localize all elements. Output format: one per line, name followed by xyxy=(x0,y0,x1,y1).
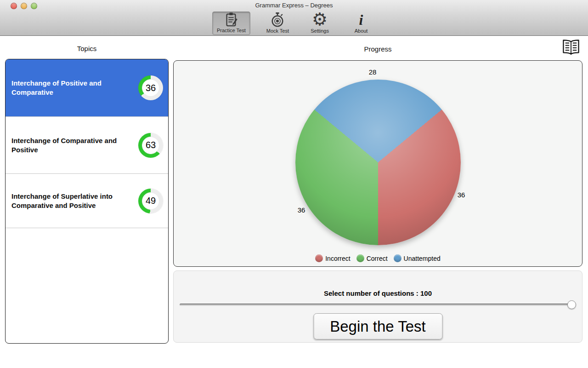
pie-label-correct: 36 xyxy=(294,206,309,214)
toolbar-item-mock-test[interactable]: Mock Test xyxy=(262,12,293,35)
begin-test-button[interactable]: Begin the Test xyxy=(313,313,442,339)
mock-test-icon xyxy=(270,12,285,28)
pie-chart xyxy=(295,80,461,245)
topic-score: 36 xyxy=(142,79,159,97)
legend-swatch xyxy=(356,254,364,262)
slider-track[interactable] xyxy=(180,304,576,306)
legend-swatch xyxy=(394,254,401,262)
topic-title: Interchange of Superlative into Comparat… xyxy=(11,192,128,210)
toolbar-label: Practice Test xyxy=(217,28,246,33)
practice-test-icon xyxy=(224,12,238,27)
legend-label: Correct xyxy=(367,255,388,262)
toolbar-label: About xyxy=(355,28,368,34)
settings-gear-icon: ⚙ xyxy=(312,11,328,28)
open-book-icon xyxy=(562,39,580,57)
topic-progress-ring: 49 xyxy=(138,189,163,213)
question-count-slider[interactable] xyxy=(180,300,576,309)
topic-score: 63 xyxy=(142,137,159,154)
toolbar: Practice Test Mock Test ⚙ xyxy=(0,10,588,35)
window-title: Grammar Express – Degrees xyxy=(0,2,588,9)
legend-item-correct: Correct xyxy=(356,254,388,262)
question-count-label: Select number of questions : 100 xyxy=(174,289,582,297)
toolbar-label: Settings xyxy=(311,28,329,34)
topics-list: Interchange of Positive and Comparative … xyxy=(5,59,169,344)
legend-label: Incorrect xyxy=(325,255,350,262)
legend-label: Unattempted xyxy=(404,255,441,262)
legend-swatch xyxy=(315,254,323,262)
info-icon: i xyxy=(359,12,363,28)
pie-gloss-overlay xyxy=(295,80,461,245)
progress-chart-panel: 28 36 36 Incorrect Correct Unattempted xyxy=(173,60,582,267)
toolbar-item-settings[interactable]: ⚙ Settings xyxy=(305,12,334,35)
topic-progress-ring: 63 xyxy=(138,133,163,158)
titlebar-toolbar: Grammar Express – Degrees Practice Test xyxy=(0,0,588,36)
chart-legend: Incorrect Correct Unattempted xyxy=(174,254,582,262)
app-window: Grammar Express – Degrees Practice Test xyxy=(0,0,588,368)
toolbar-item-about[interactable]: i About xyxy=(346,12,376,35)
slider-thumb[interactable] xyxy=(567,300,576,309)
legend-item-incorrect: Incorrect xyxy=(315,254,350,262)
pie-label-unattempted: 28 xyxy=(365,68,380,76)
topic-title: Interchange of Comparative and Positive xyxy=(11,136,128,155)
toolbar-label: Mock Test xyxy=(266,28,289,34)
test-controls-panel: Select number of questions : 100 Begin t… xyxy=(173,270,582,343)
pie-label-incorrect: 36 xyxy=(453,191,469,199)
topic-item[interactable]: Interchange of Positive and Comparative … xyxy=(6,59,168,117)
topic-title: Interchange of Positive and Comparative xyxy=(11,79,128,97)
toolbar-item-practice-test[interactable]: Practice Test xyxy=(212,12,250,35)
legend-item-unattempted: Unattempted xyxy=(394,254,441,262)
topic-score: 49 xyxy=(142,192,159,210)
topics-header: Topics xyxy=(5,45,169,52)
topic-item[interactable]: Interchange of Comparative and Positive … xyxy=(6,117,168,174)
topic-progress-ring: 36 xyxy=(138,75,163,100)
topic-item[interactable]: Interchange of Superlative into Comparat… xyxy=(6,174,168,228)
report-book-button[interactable] xyxy=(561,39,581,57)
progress-header: Progress xyxy=(173,45,582,53)
